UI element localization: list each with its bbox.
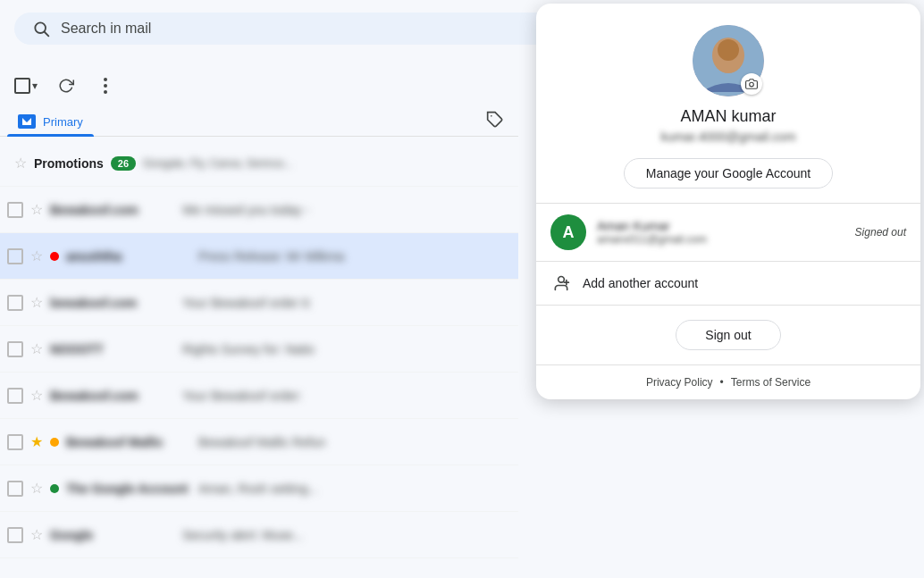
add-account-label: Add another account — [583, 276, 698, 290]
promo-label: Promotions — [34, 156, 104, 171]
sender-name: Bewakoof.com — [50, 203, 175, 217]
chevron-down-icon: ▾ — [32, 80, 38, 92]
add-account-row[interactable]: Add another account — [536, 262, 920, 306]
signout-section: Sign out — [536, 306, 920, 365]
email-subject: Security alert: Muse... — [182, 528, 511, 542]
table-row[interactable]: ☆ NOOOTT Rights Survey for: Natio — [0, 326, 518, 373]
table-row[interactable]: ☆ anushtha Press Release: Mr Milkma — [0, 233, 518, 280]
email-subject: Bewakoof Mallic Refun — [198, 435, 511, 449]
main-content: ▾ Primary — [0, 57, 924, 578]
sidebar: ▾ Primary — [0, 57, 518, 578]
privacy-policy-link[interactable]: Privacy Policy — [646, 376, 713, 389]
star-icon[interactable]: ☆ — [30, 480, 43, 497]
secondary-avatar-initial: A — [563, 223, 575, 242]
star-icon[interactable]: ★ — [30, 433, 43, 450]
table-row[interactable]: ☆ The Google Account Aman, Rosh setting.… — [0, 465, 518, 512]
camera-icon-btn[interactable] — [741, 73, 762, 95]
dropdown-footer: Privacy Policy • Terms of Service — [536, 365, 920, 399]
svg-point-29 — [559, 277, 565, 283]
secondary-account-row[interactable]: A Aman Kumar amanx011@gmail.com Signed o… — [536, 204, 920, 262]
primary-tab-icon — [18, 114, 36, 129]
secondary-email: amanx011@gmail.com — [597, 233, 844, 246]
row-checkbox[interactable] — [7, 434, 23, 450]
add-person-icon — [550, 272, 572, 294]
secondary-info: Aman Kumar amanx011@gmail.com — [597, 219, 844, 246]
search-bar[interactable]: Search in mail — [14, 13, 622, 45]
email-subject: Aman, Rosh setting... — [198, 482, 511, 496]
svg-point-22 — [104, 84, 107, 88]
star-icon[interactable]: ☆ — [30, 387, 43, 404]
svg-point-21 — [104, 78, 107, 81]
sender-name: NOOOTT — [50, 342, 175, 356]
email-list: ☆ Bewakoof.com We missed you today - ☆ a… — [0, 187, 518, 558]
account-dropdown: AMAN kumar kumar.4000@gmail.com Manage y… — [536, 4, 920, 399]
promo-badge: 26 — [111, 156, 136, 171]
row-checkbox[interactable] — [7, 388, 23, 404]
toolbar-row: ▾ — [0, 64, 518, 107]
email-subject: Your Bewakoof order: — [182, 389, 511, 403]
table-row[interactable]: ★ Bewakoof Mallic Bewakoof Mallic Refun — [0, 419, 518, 465]
tab-primary[interactable]: Primary — [7, 107, 94, 136]
account-email: kumar.4000@gmail.com — [660, 130, 795, 144]
table-row[interactable]: ☆ Bewakoof.com Your Bewakoof order: — [0, 373, 518, 419]
table-row[interactable]: ☆ bewakoof.com Your Bewakoof order it: — [0, 280, 518, 326]
svg-line-1 — [45, 32, 49, 37]
star-icon[interactable]: ☆ — [30, 247, 43, 264]
manage-account-btn[interactable]: Manage your Google Account — [624, 158, 833, 188]
star-icon[interactable]: ☆ — [30, 340, 43, 357]
promo-meta: Gongate, Fly, Canva, Semrus... — [143, 157, 511, 170]
email-subject: We missed you today - — [182, 203, 511, 217]
email-subject: Your Bewakoof order it: — [182, 296, 511, 310]
checkbox-square — [14, 78, 30, 94]
promo-star[interactable]: ☆ — [14, 155, 27, 172]
row-checkbox[interactable] — [7, 202, 23, 218]
sender-name: Bewakoof Mallic — [66, 435, 191, 449]
sender-name: The Google Account — [66, 482, 191, 496]
label-dot — [50, 438, 59, 447]
secondary-avatar: A — [550, 214, 586, 250]
row-checkbox[interactable] — [7, 481, 23, 497]
signed-out-badge: Signed out — [855, 226, 906, 239]
table-row[interactable]: ☆ Google Security alert: Muse... — [0, 512, 518, 558]
sender-name: Bewakoof.com — [50, 389, 175, 403]
more-options-btn[interactable] — [88, 68, 123, 104]
email-subject: Rights Survey for: Natio — [182, 342, 511, 356]
star-icon[interactable]: ☆ — [30, 201, 43, 218]
tab-row: Primary — [0, 107, 518, 137]
select-all-checkbox[interactable]: ▾ — [7, 74, 45, 97]
account-name: AMAN kumar — [680, 107, 776, 126]
table-row[interactable]: ☆ Bewakoof.com We missed you today - — [0, 187, 518, 233]
sender-name: bewakoof.com — [50, 296, 175, 310]
current-account-section: AMAN kumar kumar.4000@gmail.com Manage y… — [536, 4, 920, 204]
promotions-row[interactable]: ☆ Promotions 26 Gongate, Fly, Canva, Sem… — [0, 140, 518, 187]
terms-of-service-link[interactable]: Terms of Service — [731, 376, 811, 389]
svg-point-23 — [104, 90, 107, 94]
secondary-name: Aman Kumar — [597, 219, 844, 233]
row-checkbox[interactable] — [7, 295, 23, 311]
svg-point-27 — [718, 39, 739, 61]
label-tag-icon[interactable] — [486, 111, 504, 132]
sender-name: anushtha — [66, 249, 191, 264]
svg-point-28 — [750, 82, 754, 87]
footer-dot: • — [720, 376, 724, 389]
row-checkbox[interactable] — [7, 248, 23, 264]
signout-btn[interactable]: Sign out — [676, 320, 780, 350]
label-dot — [50, 252, 59, 261]
account-avatar-wrap — [693, 25, 764, 96]
row-checkbox[interactable] — [7, 527, 23, 543]
search-input-text: Search in mail — [61, 21, 604, 37]
star-icon[interactable]: ☆ — [30, 526, 43, 543]
refresh-btn[interactable] — [48, 68, 84, 104]
sender-name: Google — [50, 528, 175, 542]
email-subject: Press Release: Mr Milkma — [198, 249, 511, 264]
search-icon — [32, 20, 50, 38]
tab-primary-label: Primary — [43, 115, 83, 129]
row-checkbox[interactable] — [7, 341, 23, 357]
label-dot — [50, 484, 59, 493]
star-icon[interactable]: ☆ — [30, 294, 43, 311]
